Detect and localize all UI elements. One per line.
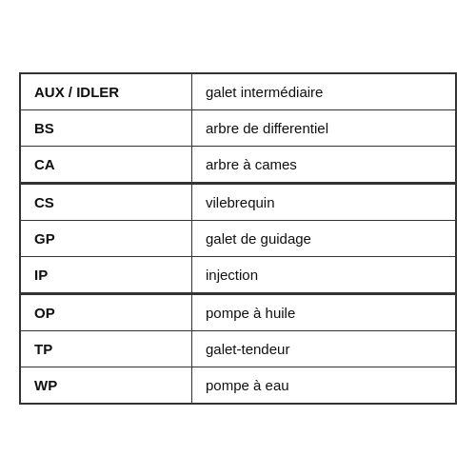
cell-key: CA: [21, 147, 192, 182]
cell-value: galet de guidage: [192, 221, 455, 256]
cell-value: pompe à huile: [192, 295, 455, 330]
table-row: GPgalet de guidage: [21, 221, 455, 257]
table-row: IPinjection: [21, 257, 455, 293]
table-row: CSvilebrequin: [21, 183, 455, 221]
table-row: TPgalet-tendeur: [21, 331, 455, 367]
cell-value: arbre de differentiel: [192, 110, 455, 146]
cell-value: injection: [192, 257, 455, 292]
cell-key: CS: [21, 185, 192, 220]
cell-key: OP: [21, 295, 192, 330]
cell-key: IP: [21, 257, 192, 292]
cell-value: galet-tendeur: [192, 331, 455, 367]
cell-value: arbre à cames: [192, 147, 455, 182]
table-row: WPpompe à eau: [21, 367, 455, 403]
table-row: AUX / IDLERgalet intermédiaire: [21, 74, 455, 110]
cell-value: galet intermédiaire: [192, 74, 455, 109]
cell-value: vilebrequin: [192, 185, 455, 220]
table-row: CAarbre à cames: [21, 147, 455, 183]
cell-key: WP: [21, 367, 192, 403]
cell-key: BS: [21, 110, 192, 146]
cell-value: pompe à eau: [192, 367, 455, 403]
main-table: AUX / IDLERgalet intermédiaireBSarbre de…: [19, 72, 457, 405]
table-row: OPpompe à huile: [21, 293, 455, 331]
cell-key: TP: [21, 331, 192, 367]
cell-key: AUX / IDLER: [21, 74, 192, 109]
cell-key: GP: [21, 221, 192, 256]
table-row: BSarbre de differentiel: [21, 110, 455, 147]
